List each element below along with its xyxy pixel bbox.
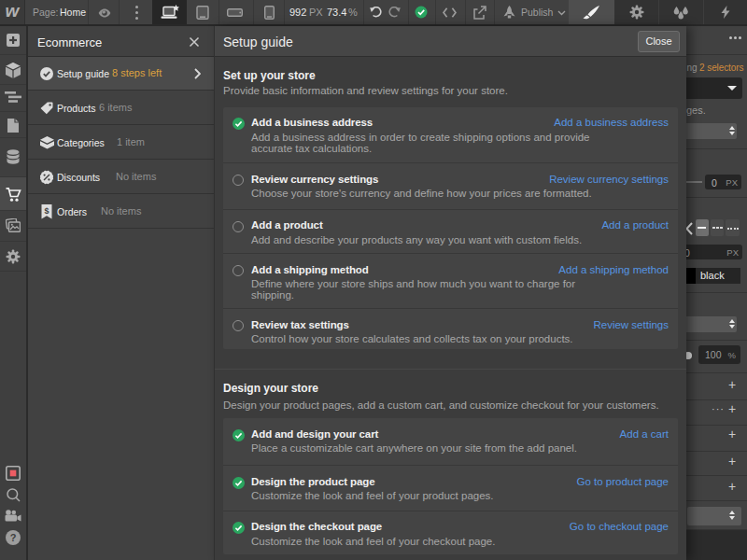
svg-text:?: ? [10, 532, 17, 543]
svg-text:$: $ [44, 206, 49, 216]
